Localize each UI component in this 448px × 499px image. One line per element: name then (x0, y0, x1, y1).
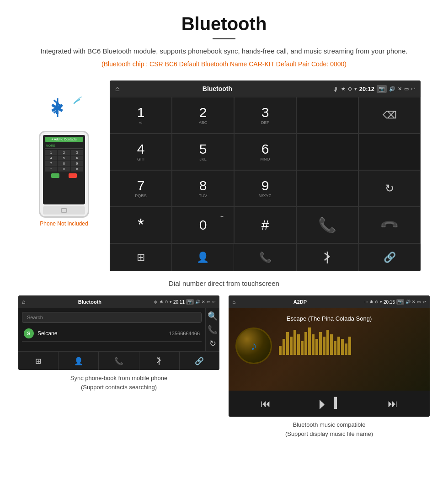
dial-empty-4 (296, 170, 358, 207)
cam-icon-music[interactable]: 📷 (396, 299, 404, 305)
phone-key-mini[interactable]: 1 (45, 150, 57, 155)
close-icon[interactable]: ✕ (398, 86, 402, 92)
phone-key-mini[interactable]: 6 (71, 156, 83, 161)
play-pause-button[interactable]: ⏵❙ (316, 396, 342, 411)
dial-key-7[interactable]: 7 PQRS (110, 170, 172, 207)
nav-link[interactable]: 🔗 (359, 244, 421, 271)
dial-key-1[interactable]: 1 ∞ (110, 97, 172, 134)
volume-icon[interactable]: 🔊 (389, 86, 395, 92)
pb-nav-apps[interactable]: ⊞ (18, 352, 59, 370)
dial-refresh[interactable]: ↻ (358, 170, 421, 207)
nav-apps[interactable]: ⊞ (110, 244, 172, 271)
search-bar: Search (22, 312, 202, 323)
location-icon: ⊙ (348, 86, 352, 92)
pb-nav-contacts[interactable]: 👤 (59, 352, 99, 370)
x-icon-music[interactable]: ✕ (412, 300, 416, 304)
car-status-bar: ⌂ Bluetooth ψ ★ ⊙ ▾ 20:12 📷 🔊 ✕ ▭ ↩ (110, 80, 421, 97)
camera-icon[interactable]: 📷 (377, 85, 387, 93)
home-icon-music[interactable]: ⌂ (232, 299, 235, 305)
phone-key-mini[interactable]: 2 (58, 150, 70, 155)
nav-phone[interactable]: 📞 (234, 244, 296, 271)
eq-bar (330, 334, 333, 355)
phone-call-button[interactable] (51, 173, 59, 178)
pb-nav-bluetooth[interactable] (139, 352, 180, 370)
music-status-bar: ⌂ A2DP ψ ✱ ⊙ ▾ 20:15 📷 🔊 ✕ ▭ ↩ (229, 295, 430, 308)
phone-key-mini[interactable]: 5 (58, 156, 70, 161)
phone-end-button[interactable] (69, 173, 77, 178)
phonebook-car-screen: ⌂ Bluetooth ψ ✱ ⊙ ▾ 20:11 📷 🔊 ✕ ▭ ↩ (18, 295, 219, 370)
eq-bar (301, 341, 304, 355)
pb-nav-link[interactable]: 🔗 (180, 352, 219, 370)
phone-key-mini[interactable]: 4 (45, 156, 57, 161)
vol-icon-music[interactable]: 🔊 (405, 300, 411, 304)
bluetooth-icon-area: ✱ (46, 94, 82, 126)
vol-icon-small[interactable]: 🔊 (195, 300, 200, 304)
win-icon-small[interactable]: ▭ (207, 300, 211, 304)
eq-bar (341, 339, 344, 355)
dial-end-button[interactable]: 📞 (358, 207, 421, 243)
end-call-icon: 📞 (379, 215, 400, 236)
phone-key-mini[interactable]: * (45, 166, 57, 172)
music-controls: ⏮ ⏵❙ ⏭ (229, 391, 430, 417)
usb-icon: ψ (333, 86, 337, 92)
contact-row[interactable]: S Seicane 13566664466 (22, 326, 202, 342)
back-icon[interactable]: ↩ (411, 86, 415, 92)
win-icon-music[interactable]: ▭ (417, 300, 421, 304)
window-icon[interactable]: ▭ (404, 86, 409, 92)
dial-key-2[interactable]: 2 ABC (172, 97, 234, 134)
contact-avatar: S (24, 328, 34, 338)
dial-key-4[interactable]: 4 GHI (110, 134, 172, 170)
phone-key-mini[interactable]: 3 (71, 150, 83, 155)
prev-track-button[interactable]: ⏮ (261, 398, 271, 410)
phone-key-mini[interactable]: # (71, 166, 83, 172)
eq-bar (286, 332, 289, 355)
cam-icon-small[interactable]: 📷 (186, 299, 194, 305)
eq-bar (334, 341, 336, 355)
dial-key-0[interactable]: 0 + (172, 207, 234, 243)
nav-contacts[interactable]: 👤 (172, 244, 234, 271)
next-track-button[interactable]: ⏭ (388, 398, 398, 410)
phonebook-title: Bluetooth (27, 299, 152, 305)
dial-bottom-nav: ⊞ 👤 📞 🔗 (110, 243, 421, 271)
home-icon-small[interactable]: ⌂ (22, 299, 25, 305)
eq-bar (345, 343, 347, 355)
back-icon-music[interactable]: ↩ (422, 300, 426, 304)
back-icon-small[interactable]: ↩ (212, 300, 216, 304)
eq-bar (308, 327, 311, 355)
phone-mockup: + Add to Contacts MORE 1 2 3 4 5 6 7 8 9… (39, 131, 89, 218)
link-icon-pb: 🔗 (195, 357, 204, 365)
x-icon-small[interactable]: ✕ (202, 300, 205, 304)
person-icon: 👤 (197, 252, 209, 263)
eq-bar (283, 339, 285, 355)
dial-key-6[interactable]: 6 MNO (234, 134, 296, 170)
sig-icon-small: ▾ (170, 300, 172, 304)
dial-key-3[interactable]: 3 DEF (234, 97, 296, 134)
dial-key-5[interactable]: 5 JKL (172, 134, 234, 170)
phone-side-icon[interactable]: 📞 (208, 325, 218, 335)
phone-screen: + Add to Contacts MORE 1 2 3 4 5 6 7 8 9… (43, 135, 85, 204)
contact-name: Seicane (37, 330, 169, 337)
wifi-waves-icon (64, 94, 82, 116)
pb-nav-phone[interactable]: 📞 (99, 352, 139, 370)
loc-icon-small: ⊙ (165, 300, 168, 304)
dial-key-star[interactable]: * (110, 207, 172, 243)
phone-home-button[interactable] (61, 208, 67, 213)
phone-key-mini[interactable]: 0 (58, 166, 70, 172)
phone-key-mini[interactable]: 7 (45, 161, 57, 166)
phone-key-mini[interactable]: 9 (71, 161, 83, 166)
phone-key-mini[interactable]: 8 (58, 161, 70, 166)
dial-key-hash[interactable]: # (234, 207, 296, 243)
eq-bar (315, 339, 318, 355)
refresh-side-icon[interactable]: ↻ (209, 338, 216, 349)
nav-bluetooth[interactable] (297, 244, 359, 271)
dial-backspace[interactable]: ⌫ (358, 97, 421, 134)
page-header: Bluetooth Integrated with BC6 Bluetooth … (0, 0, 448, 80)
dial-key-8[interactable]: 8 TUV (172, 170, 234, 207)
dial-call-button[interactable]: 📞 (296, 207, 358, 243)
bottom-screens: ⌂ Bluetooth ψ ✱ ⊙ ▾ 20:11 📷 🔊 ✕ ▭ ↩ (0, 295, 448, 438)
search-side-icon[interactable]: 🔍 (208, 311, 218, 321)
dial-key-9[interactable]: 9 WXYZ (234, 170, 296, 207)
apps-icon: ⊞ (137, 252, 145, 263)
music-car-screen: ⌂ A2DP ψ ✱ ⊙ ▾ 20:15 📷 🔊 ✕ ▭ ↩ Escape (T… (229, 295, 430, 417)
backspace-icon: ⌫ (383, 109, 397, 121)
